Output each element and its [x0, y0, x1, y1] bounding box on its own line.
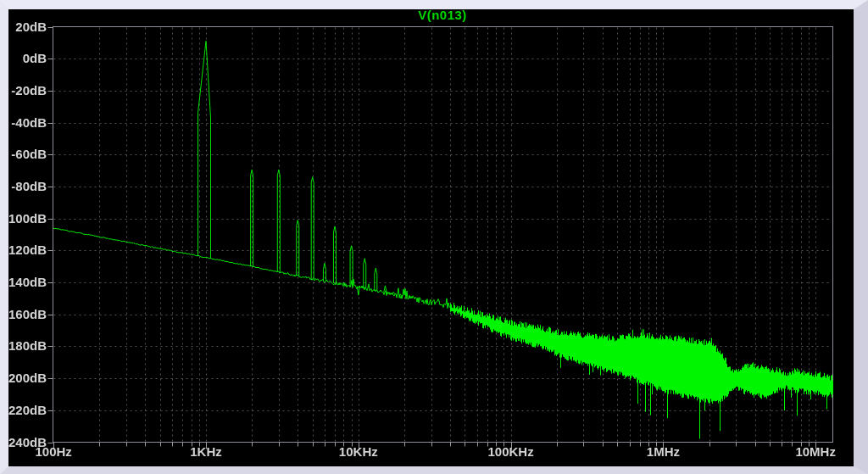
x-axis-label: 100Hz — [13, 445, 94, 459]
y-axis-label: -80dB — [0, 180, 47, 193]
y-axis-label: -60dB — [0, 148, 47, 161]
trace-title[interactable]: V(n013) — [375, 8, 510, 22]
y-axis-label: -40dB — [0, 116, 47, 130]
y-axis-label: -220dB — [0, 404, 47, 417]
y-axis-label: -160dB — [0, 308, 47, 321]
x-axis-label: 1KHz — [165, 445, 247, 459]
x-axis-label: 10MHz — [775, 445, 856, 459]
y-axis-label: 20dB — [0, 20, 47, 34]
y-axis-label: -20dB — [0, 84, 47, 98]
fft-plot-canvas[interactable] — [0, 0, 868, 474]
x-axis-label: 10KHz — [318, 445, 399, 459]
y-axis-label: -100dB — [0, 212, 47, 226]
plot-window: V(n013) 20dB0dB-20dB-40dB-60dB-80dB-100d… — [0, 0, 868, 474]
y-axis-label: -120dB — [0, 243, 47, 257]
y-axis-label: -200dB — [0, 371, 47, 385]
y-axis-label: -180dB — [0, 339, 47, 353]
y-axis-label: -140dB — [0, 276, 47, 289]
y-axis-label: 0dB — [0, 52, 47, 65]
x-axis-label: 1MHz — [622, 445, 704, 459]
x-axis-label: 100KHz — [470, 445, 552, 459]
